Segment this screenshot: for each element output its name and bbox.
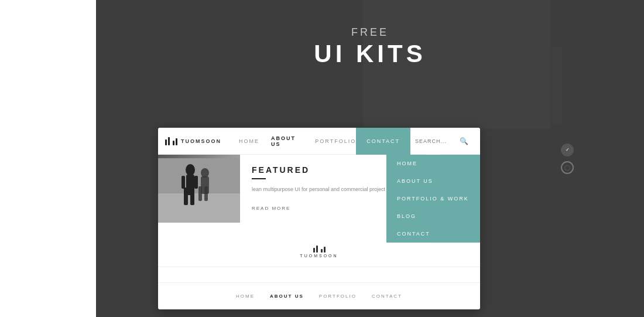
- featured-image: [158, 155, 240, 223]
- scroll-down-button[interactable]: ✓: [561, 144, 574, 156]
- featured-divider: [252, 178, 266, 179]
- nav-bar: TUOMSOON HOME ABOUT US PORTFOLIO CONTACT…: [158, 128, 480, 155]
- logo-bar-3: [173, 141, 174, 145]
- uikits-label: UI KITS: [314, 40, 426, 68]
- read-more-link[interactable]: READ MORE: [252, 206, 290, 211]
- svg-rect-4: [184, 188, 188, 205]
- dropdown-blog[interactable]: BLOG: [386, 207, 480, 225]
- nav-logo: TUOMSOON: [165, 137, 221, 145]
- logo-icon: [165, 137, 177, 145]
- cbar3: [321, 249, 323, 253]
- svg-point-2: [186, 164, 195, 176]
- nav-portfolio[interactable]: PORTFOLIO: [315, 138, 356, 144]
- logo-text: TUOMSOON: [181, 138, 221, 144]
- svg-rect-7: [194, 176, 198, 189]
- nav-links: HOME ABOUT US PORTFOLIO: [239, 135, 356, 147]
- svg-rect-5: [190, 188, 194, 205]
- dropdown-contact[interactable]: CONTACT: [386, 225, 480, 243]
- search-area: 🔍: [410, 137, 473, 145]
- svg-rect-11: [204, 186, 208, 201]
- footer-portfolio[interactable]: PORTFOLIO: [319, 294, 357, 299]
- browser-inner: TUOMSOON HOME ABOUT US PORTFOLIO CONTACT…: [158, 128, 480, 309]
- featured-image-inner: [158, 155, 240, 223]
- dropdown-triangle: [426, 146, 440, 155]
- footer-nav: HOME ABOUT US PORTFOLIO CONTACT: [158, 282, 480, 309]
- person-icon: ◯: [564, 165, 570, 171]
- scroll-up-button[interactable]: ◯: [561, 161, 574, 174]
- center-logo-icon: [313, 246, 326, 253]
- svg-rect-6: [181, 176, 185, 189]
- cbar4: [324, 247, 326, 253]
- browser-mockup: TUOMSOON HOME ABOUT US PORTFOLIO CONTACT…: [158, 128, 480, 309]
- right-indicators: ✓ ◯: [561, 144, 574, 174]
- search-icon[interactable]: 🔍: [460, 137, 468, 145]
- nav-about[interactable]: ABOUT US: [271, 135, 303, 147]
- svg-point-8: [201, 168, 209, 178]
- logo-bar-1: [165, 139, 167, 145]
- footer-contact[interactable]: CONTACT: [372, 294, 402, 299]
- dropdown-portfolio[interactable]: PORTFOLIO & WORK: [386, 190, 480, 207]
- featured-image-svg: [158, 158, 240, 223]
- nav-home[interactable]: HOME: [239, 138, 259, 144]
- footer-home[interactable]: HOME: [236, 294, 255, 299]
- free-label: FREE: [351, 26, 389, 39]
- svg-rect-10: [198, 186, 202, 201]
- footer-about[interactable]: ABOUT US: [270, 294, 304, 299]
- search-input[interactable]: [415, 138, 456, 144]
- dropdown-home[interactable]: HOME: [386, 155, 480, 172]
- logo-bar-2: [168, 137, 170, 145]
- header-area: FREE UI KITS: [96, 0, 644, 82]
- center-logo-text: TUOMSOON: [300, 254, 338, 258]
- contact-button[interactable]: CONTACT: [356, 128, 410, 155]
- left-panel: [0, 0, 96, 317]
- cbar1: [313, 248, 315, 253]
- chevron-down-icon: ✓: [566, 147, 570, 152]
- contact-label: CONTACT: [366, 138, 400, 144]
- dropdown-aboutus[interactable]: ABOUT US: [386, 172, 480, 190]
- dropdown-menu: HOME ABOUT US PORTFOLIO & WORK BLOG CONT…: [386, 155, 480, 243]
- cbar2: [316, 246, 318, 253]
- logo-bar-4: [176, 138, 177, 145]
